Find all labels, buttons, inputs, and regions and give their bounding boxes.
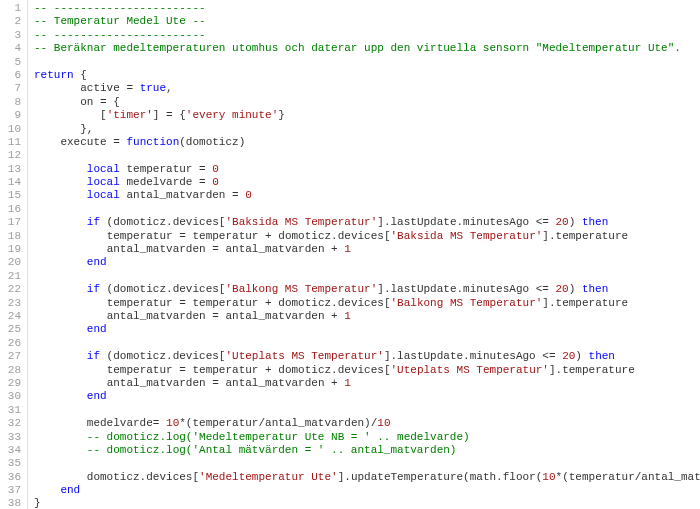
- code-line[interactable]: antal_matvarden = antal_matvarden + 1: [34, 377, 700, 390]
- token-number: 1: [344, 377, 351, 389]
- token-punc: =: [206, 310, 226, 322]
- line-number: 13: [0, 163, 21, 176]
- code-line[interactable]: end: [34, 484, 700, 497]
- token-default: [34, 444, 87, 456]
- code-line[interactable]: local antal_matvarden = 0: [34, 189, 700, 202]
- token-number: 20: [556, 283, 569, 295]
- line-number: 18: [0, 230, 21, 243]
- token-punc: ].: [549, 364, 562, 376]
- code-line[interactable]: ['timer'] = {'every minute'}: [34, 109, 700, 122]
- code-line[interactable]: temperatur = temperatur + domoticz.devic…: [34, 230, 700, 243]
- token-ident: temperatur: [192, 297, 258, 309]
- token-default: [34, 176, 87, 188]
- line-number: 3: [0, 29, 21, 42]
- token-punc: },: [80, 123, 93, 135]
- token-string: 'every minute': [186, 109, 278, 121]
- token-ident: lastUpdate.minutesAgo: [390, 216, 529, 228]
- code-line[interactable]: -- domoticz.log('Antal mätvärden = ' .. …: [34, 444, 700, 457]
- token-punc: ): [239, 136, 246, 148]
- token-ident: temperatur: [107, 230, 173, 242]
- code-line[interactable]: medelvarde= 10*(temperatur/antal_matvard…: [34, 417, 700, 430]
- token-default: [34, 283, 87, 295]
- code-line[interactable]: active = true,: [34, 82, 700, 95]
- token-ident: temperatur: [107, 364, 173, 376]
- code-editor[interactable]: 1234567891011121314151617181920212223242…: [0, 0, 700, 509]
- code-line[interactable]: antal_matvarden = antal_matvarden + 1: [34, 310, 700, 323]
- code-line[interactable]: temperatur = temperatur + domoticz.devic…: [34, 297, 700, 310]
- token-default: [34, 216, 87, 228]
- code-line[interactable]: if (domoticz.devices['Balkong MS Tempera…: [34, 283, 700, 296]
- token-punc: =: [206, 377, 226, 389]
- code-line[interactable]: [34, 457, 700, 470]
- code-line[interactable]: -- domoticz.log('Medeltemperatur Ute NB …: [34, 431, 700, 444]
- token-ident: updateTemperature: [351, 471, 463, 483]
- token-punc: ].: [542, 297, 555, 309]
- token-ident: domoticz.devices: [278, 364, 384, 376]
- token-ident: domoticz.devices: [113, 350, 219, 362]
- token-ident: domoticz.devices: [113, 216, 219, 228]
- code-line[interactable]: end: [34, 390, 700, 403]
- code-line[interactable]: },: [34, 123, 700, 136]
- line-number: 31: [0, 404, 21, 417]
- code-line[interactable]: local medelvarde = 0: [34, 176, 700, 189]
- token-keyword: end: [87, 256, 107, 268]
- token-keyword: local: [87, 176, 120, 188]
- code-line[interactable]: end: [34, 323, 700, 336]
- token-ident: antal_matvarden: [225, 310, 324, 322]
- token-default: [34, 350, 87, 362]
- code-line[interactable]: if (domoticz.devices['Baksida MS Tempera…: [34, 216, 700, 229]
- line-number-gutter: 1234567891011121314151617181920212223242…: [0, 0, 28, 509]
- token-default: [34, 310, 107, 322]
- token-punc: =: [192, 176, 212, 188]
- token-comment: -- -----------------------: [34, 2, 206, 14]
- code-content[interactable]: -- ------------------------- Temperatur …: [28, 0, 700, 509]
- code-line[interactable]: -- -----------------------: [34, 29, 700, 42]
- code-line[interactable]: execute = function(domoticz): [34, 136, 700, 149]
- token-keyword: end: [87, 323, 107, 335]
- code-line[interactable]: local temperatur = 0: [34, 163, 700, 176]
- token-string: 'timer': [107, 109, 153, 121]
- line-number: 27: [0, 350, 21, 363]
- line-number: 2: [0, 15, 21, 28]
- code-line[interactable]: -- Temperatur Medel Ute --: [34, 15, 700, 28]
- code-line[interactable]: [34, 337, 700, 350]
- code-line[interactable]: temperatur = temperatur + domoticz.devic…: [34, 364, 700, 377]
- token-ident: temperatur: [192, 417, 258, 429]
- token-number: 10: [166, 417, 179, 429]
- code-line[interactable]: on = {: [34, 96, 700, 109]
- token-number: 10: [377, 417, 390, 429]
- token-comment: -- domoticz.log('Medeltemperatur Ute NB …: [87, 431, 470, 443]
- code-line[interactable]: [34, 149, 700, 162]
- line-number: 8: [0, 96, 21, 109]
- line-number: 11: [0, 136, 21, 149]
- line-number: 5: [0, 56, 21, 69]
- code-line[interactable]: -- Beräknar medeltemperaturen utomhus oc…: [34, 42, 700, 55]
- code-line[interactable]: antal_matvarden = antal_matvarden + 1: [34, 243, 700, 256]
- token-ident: medelvarde: [87, 417, 153, 429]
- token-default: [34, 230, 107, 242]
- token-keyword: local: [87, 189, 120, 201]
- code-line[interactable]: if (domoticz.devices['Uteplats MS Temper…: [34, 350, 700, 363]
- token-punc: ].: [542, 230, 555, 242]
- token-punc: = {: [93, 96, 119, 108]
- token-comment: -- Beräknar medeltemperaturen utomhus oc…: [34, 42, 681, 54]
- code-line[interactable]: [34, 56, 700, 69]
- code-line[interactable]: }: [34, 497, 700, 509]
- code-line[interactable]: -- -----------------------: [34, 2, 700, 15]
- token-punc: ].: [377, 216, 390, 228]
- token-keyword: if: [87, 350, 100, 362]
- code-line[interactable]: domoticz.devices['Medeltemperatur Ute'].…: [34, 471, 700, 484]
- token-default: [34, 417, 87, 429]
- token-default: [34, 323, 87, 335]
- token-punc: +: [325, 310, 345, 322]
- token-punc: =: [173, 230, 193, 242]
- code-line[interactable]: [34, 270, 700, 283]
- code-line[interactable]: [34, 404, 700, 417]
- code-line[interactable]: return {: [34, 69, 700, 82]
- line-number: 12: [0, 149, 21, 162]
- line-number: 14: [0, 176, 21, 189]
- token-default: [: [34, 109, 107, 121]
- token-default: [34, 123, 80, 135]
- code-line[interactable]: end: [34, 256, 700, 269]
- code-line[interactable]: [34, 203, 700, 216]
